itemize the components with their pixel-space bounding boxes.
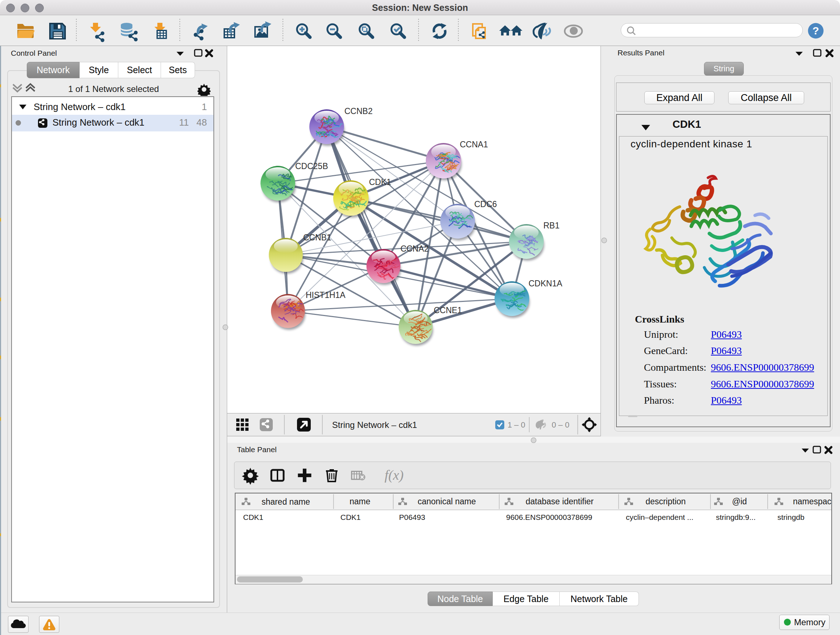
svg-text:?: ? [813, 25, 819, 36]
svg-text:CDKN1A: CDKN1A [529, 279, 562, 288]
svg-text:cyclin–dependent ...: cyclin–dependent ... [626, 513, 693, 521]
svg-text:HIST1H1A: HIST1H1A [306, 290, 346, 300]
svg-text:@id: @id [732, 497, 747, 506]
svg-text:CCNA2: CCNA2 [401, 244, 429, 253]
svg-text:database identifier: database identifier [526, 497, 594, 506]
svg-text:stringdb: stringdb [777, 513, 805, 521]
svg-text:P06493: P06493 [399, 513, 425, 521]
svg-text:canonical name: canonical name [417, 497, 476, 506]
svg-text:CCNE1: CCNE1 [434, 306, 462, 315]
svg-text:name: name [349, 497, 370, 506]
svg-text:CDK1: CDK1 [340, 513, 361, 521]
svg-text:shared name: shared name [262, 497, 310, 507]
svg-text:1 – 0: 1 – 0 [508, 420, 525, 429]
svg-text:stringdb:9...: stringdb:9... [716, 513, 756, 521]
svg-text:String Network – cdk1: String Network – cdk1 [332, 420, 417, 430]
svg-text:0 – 0: 0 – 0 [552, 420, 569, 429]
svg-text:CDK1: CDK1 [243, 513, 264, 521]
svg-text:CDC25B: CDC25B [295, 162, 328, 171]
svg-text:CCNB1: CCNB1 [303, 233, 332, 242]
svg-text:f(x): f(x) [385, 467, 404, 483]
svg-text:CDK1: CDK1 [369, 177, 391, 187]
svg-text:CDC6: CDC6 [474, 200, 497, 209]
svg-text:description: description [645, 497, 685, 506]
svg-text:CCNB2: CCNB2 [344, 106, 373, 116]
svg-text:9606.ENSP00000378699: 9606.ENSP00000378699 [506, 513, 592, 521]
svg-text:RB1: RB1 [543, 221, 560, 230]
svg-text:namespace: namespace [793, 497, 831, 506]
svg-text:CCNA1: CCNA1 [460, 140, 488, 149]
